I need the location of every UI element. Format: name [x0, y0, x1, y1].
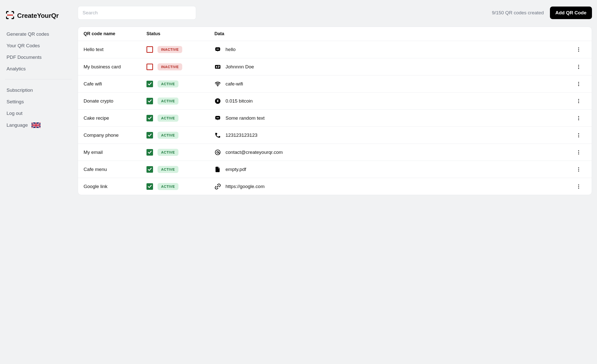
more-vertical-icon	[576, 115, 581, 121]
row-menu-button[interactable]	[571, 47, 586, 52]
card-icon	[214, 64, 221, 70]
status-badge: ACTIVE	[158, 132, 178, 139]
sidebar-item-analytics[interactable]: Analytics	[5, 63, 72, 75]
row-data: Johnnnn Doe	[214, 64, 571, 70]
row-name: My email	[84, 150, 146, 155]
row-data-text: cafe-wifi	[226, 81, 243, 87]
qr-table: QR code name Status Data Hello textINACT…	[78, 27, 592, 195]
row-menu-button[interactable]	[571, 115, 586, 121]
svg-rect-5	[31, 125, 41, 126]
search-input[interactable]	[78, 6, 196, 20]
status-badge: INACTIVE	[158, 63, 182, 70]
link-icon	[214, 183, 221, 190]
more-vertical-icon	[576, 184, 581, 189]
table-row[interactable]: My emailACTIVEcontact@createyourqr.com	[78, 144, 592, 161]
row-name: Company phone	[84, 132, 146, 138]
sidebar-item-label: Settings	[7, 99, 24, 105]
sidebar-item-language[interactable]: Language	[5, 119, 72, 131]
status-badge: INACTIVE	[158, 46, 182, 53]
sidebar-item-label: PDF Documents	[7, 55, 42, 60]
row-menu-button[interactable]	[571, 81, 586, 87]
sidebar-item-subscription[interactable]: Subscription	[5, 84, 72, 96]
sidebar: CreateYourQr Generate QR codes Your QR C…	[5, 6, 72, 358]
message-icon	[214, 46, 221, 53]
brand-logo-icon	[6, 11, 14, 20]
row-status: INACTIVE	[146, 46, 214, 53]
status-checkbox[interactable]	[146, 183, 153, 190]
row-menu-button[interactable]	[571, 184, 586, 189]
th-data: Data	[214, 31, 571, 36]
topbar: 9/150 QR codes created Add QR Code	[78, 6, 592, 20]
more-vertical-icon	[576, 132, 581, 138]
row-data-text: Johnnnn Doe	[226, 64, 254, 70]
table-row[interactable]: Google linkACTIVEhttps://google.com	[78, 178, 592, 195]
row-menu-button[interactable]	[571, 150, 586, 155]
sidebar-item-label: Analytics	[7, 66, 26, 72]
sidebar-item-pdf[interactable]: PDF Documents	[5, 52, 72, 63]
status-badge: ACTIVE	[158, 98, 178, 105]
row-data: hello	[214, 46, 571, 53]
status-checkbox[interactable]	[146, 149, 153, 156]
row-data: 123123123123	[214, 132, 571, 139]
more-vertical-icon	[576, 167, 581, 172]
more-vertical-icon	[576, 98, 581, 104]
row-status: ACTIVE	[146, 80, 214, 87]
row-status: ACTIVE	[146, 183, 214, 190]
more-vertical-icon	[576, 81, 581, 87]
row-data-text: 0.015 bitcoin	[226, 98, 253, 104]
row-data-text: hello	[226, 47, 236, 52]
sidebar-item-label: Generate QR codes	[7, 31, 49, 37]
table-row[interactable]: Cafe wifiACTIVEcafe-wifi	[78, 75, 592, 92]
main-content: 9/150 QR codes created Add QR Code QR co…	[78, 6, 592, 358]
row-menu-button[interactable]	[571, 64, 586, 70]
row-data-text: contact@createyourqr.com	[226, 150, 283, 155]
row-menu-button[interactable]	[571, 98, 586, 104]
th-status: Status	[146, 31, 214, 36]
row-data: empty.pdf	[214, 166, 571, 173]
table-row[interactable]: Cake recipeACTIVESome random text	[78, 109, 592, 126]
coin-icon	[214, 98, 221, 104]
row-data: Some random text	[214, 115, 571, 121]
sidebar-item-label: Your QR Codes	[7, 43, 40, 49]
table-row[interactable]: Donate cryptoACTIVE0.015 bitcoin	[78, 92, 592, 109]
status-checkbox[interactable]	[146, 46, 153, 53]
sidebar-divider	[5, 79, 72, 79]
brand-name: CreateYourQr	[17, 12, 59, 20]
more-vertical-icon	[576, 150, 581, 155]
row-data: cafe-wifi	[214, 81, 571, 87]
status-checkbox[interactable]	[146, 98, 153, 104]
sidebar-item-logout[interactable]: Log out	[5, 108, 72, 119]
wifi-icon	[214, 81, 221, 87]
row-name: Cafe wifi	[84, 81, 146, 87]
table-row[interactable]: My business cardINACTIVEJohnnnn Doe	[78, 58, 592, 75]
status-badge: ACTIVE	[158, 115, 178, 122]
table-row[interactable]: Company phoneACTIVE123123123123	[78, 126, 592, 144]
row-name: Cafe menu	[84, 167, 146, 172]
row-name: Google link	[84, 184, 146, 189]
sidebar-item-generate-qr[interactable]: Generate QR codes	[5, 28, 72, 40]
status-checkbox[interactable]	[146, 166, 153, 173]
status-checkbox[interactable]	[146, 81, 153, 87]
status-checkbox[interactable]	[146, 132, 153, 139]
more-vertical-icon	[576, 47, 581, 52]
table-row[interactable]: Hello textINACTIVEhello	[78, 41, 592, 58]
row-data-text: https://google.com	[226, 184, 265, 189]
row-data: 0.015 bitcoin	[214, 98, 571, 104]
sidebar-item-settings[interactable]: Settings	[5, 96, 72, 108]
table-row[interactable]: Cafe menuACTIVEempty.pdf	[78, 161, 592, 178]
row-name: My business card	[84, 64, 146, 70]
at-icon	[214, 149, 221, 156]
status-checkbox[interactable]	[146, 64, 153, 70]
brand[interactable]: CreateYourQr	[5, 11, 72, 27]
row-menu-button[interactable]	[571, 132, 586, 138]
status-checkbox[interactable]	[146, 115, 153, 121]
qr-count-label: 9/150 QR codes created	[492, 10, 544, 16]
status-badge: ACTIVE	[158, 166, 178, 173]
row-menu-button[interactable]	[571, 167, 586, 172]
file-icon	[214, 166, 221, 173]
row-data-text: Some random text	[226, 115, 265, 121]
sidebar-item-your-qr[interactable]: Your QR Codes	[5, 40, 72, 52]
row-status: INACTIVE	[146, 63, 214, 70]
add-qr-button[interactable]: Add QR Code	[550, 7, 592, 19]
row-data-text: empty.pdf	[226, 167, 246, 172]
